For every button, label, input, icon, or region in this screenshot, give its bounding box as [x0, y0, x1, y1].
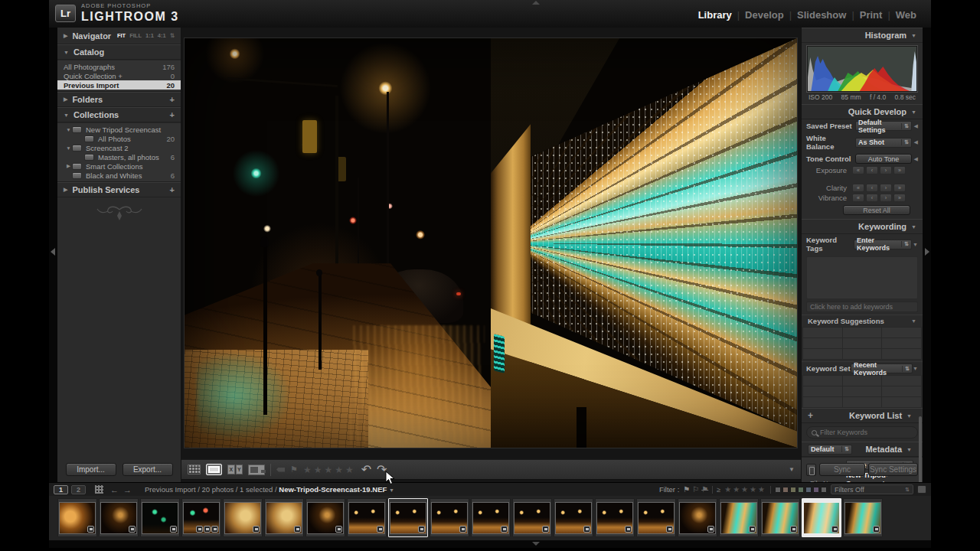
zoom-level-4:1[interactable]: 4:1 [158, 32, 166, 39]
catalog-item[interactable]: Quick Collection +0 [57, 71, 181, 80]
toolbar-star-rating[interactable]: ★★★★★ [303, 465, 356, 475]
survey-view-button[interactable] [248, 465, 265, 475]
auto-tone-button[interactable]: Auto Tone [855, 154, 912, 164]
keyword-set-cell[interactable] [803, 386, 842, 396]
quick-develop-header[interactable]: Quick Develop ▼ [802, 104, 923, 119]
catalog-item[interactable]: All Photographs176 [57, 62, 181, 71]
keyword-set-cell[interactable] [803, 397, 842, 407]
keyword-suggestion-cell[interactable] [882, 328, 921, 337]
develop-badge-icon[interactable] [831, 526, 838, 533]
keyword-set-cell[interactable] [803, 376, 842, 386]
previous-photo-arrow-icon[interactable]: ← [110, 485, 119, 494]
filter-keywords-search[interactable]: Filter Keywords [806, 426, 918, 439]
keyword-suggestion-cell[interactable] [882, 349, 921, 359]
next-photo-arrow-icon[interactable]: → [123, 485, 132, 494]
color-label-chip-4[interactable] [805, 487, 812, 493]
disclosure-down-icon[interactable]: ▼ [911, 33, 916, 38]
import-button[interactable]: Import... [66, 463, 116, 476]
filmstrip-thumbnail-13[interactable] [554, 498, 593, 537]
filmstrip-thumbnail-18[interactable] [760, 498, 800, 537]
catalog-item[interactable]: Previous Import20 [57, 80, 181, 90]
disclosure-icon[interactable]: ▶ [65, 163, 72, 169]
collapse-bottom-arrow-icon[interactable] [532, 542, 540, 546]
catalog-header[interactable]: ▼ Catalog [57, 44, 181, 60]
breadcrumb-dropdown-icon[interactable]: ▼ [389, 487, 394, 493]
export-button[interactable]: Export... [122, 463, 173, 476]
module-tab-library[interactable]: Library [698, 9, 732, 21]
compare-view-button[interactable]: XY [227, 465, 243, 474]
add-keyword-button[interactable]: + [808, 410, 813, 421]
publish-services-header[interactable]: ▶ Publish Services + [57, 182, 181, 197]
zoom-level-1:1[interactable]: 1:1 [145, 32, 154, 39]
collapse-left-arrow-icon[interactable] [51, 248, 55, 256]
keyword-set-cell[interactable] [843, 386, 882, 396]
collections-header[interactable]: ▼ Collections + [57, 107, 181, 122]
filmstrip-thumbnail-9[interactable] [388, 498, 428, 537]
flag-picked-icon[interactable]: ⚑ [683, 485, 690, 494]
stepper-button-0[interactable]: « [852, 194, 864, 202]
keyword-set-cell[interactable] [843, 397, 882, 407]
develop-badge-icon[interactable] [129, 526, 136, 533]
metadata-header[interactable]: Default ⇅ Metadata ▼ [802, 442, 923, 457]
flag-unflagged-icon[interactable]: ⚐ [692, 485, 699, 494]
expand-left-icon[interactable]: ◀ [914, 139, 918, 145]
white-balance-dropdown[interactable]: As Shot ⇅ [855, 138, 912, 148]
reset-all-button[interactable]: Reset All [843, 205, 910, 215]
zoom-more-icon[interactable]: ⇅ [170, 32, 175, 39]
filmstrip-thumbnail-3[interactable] [140, 498, 180, 537]
keyword-suggestion-cell[interactable] [882, 338, 921, 348]
develop-badge-icon[interactable] [459, 526, 466, 533]
saved-preset-dropdown[interactable]: Default Settings ⇅ [855, 121, 912, 131]
filmstrip-thumbnail-4[interactable] [181, 498, 221, 537]
right-panel-collapse-strip[interactable] [923, 28, 931, 482]
rating-ge-icon[interactable]: ≥ [717, 486, 720, 494]
add-publish-service-button[interactable]: + [170, 185, 175, 194]
stepper-button-2[interactable]: › [880, 194, 892, 202]
color-label-chip-5[interactable] [813, 487, 819, 493]
left-panel-collapse-strip[interactable] [49, 28, 57, 482]
keyword-suggestion-cell[interactable] [803, 349, 842, 359]
develop-badge-icon[interactable] [625, 526, 632, 533]
stepper-button-3[interactable]: » [893, 166, 906, 174]
develop-badge-icon[interactable] [253, 526, 260, 533]
keyword-set-cell[interactable] [882, 397, 921, 407]
keyword-set-cell[interactable] [843, 376, 882, 386]
navigator-header[interactable]: ▶ Navigator FITFILL1:14:1⇅ [57, 28, 181, 44]
filmstrip-thumbnail-7[interactable] [305, 498, 345, 537]
keyword-suggestion-cell[interactable] [843, 349, 882, 359]
filmstrip-thumbnail-1[interactable] [57, 498, 97, 537]
develop-badge-icon[interactable] [583, 526, 590, 533]
develop-badge-icon[interactable] [294, 526, 301, 533]
keyword-suggestion-cell[interactable] [843, 328, 882, 337]
stepper-button-2[interactable]: › [880, 184, 892, 192]
collection-item[interactable]: Black and Whites6 [57, 171, 181, 180]
add-keywords-field[interactable]: Click here to add keywords [806, 302, 918, 312]
develop-badge-icon[interactable] [501, 526, 508, 533]
disclosure-right-icon[interactable]: ▶ [64, 33, 67, 39]
filmstrip-thumbnail-6[interactable] [264, 498, 304, 537]
stepper-button-0[interactable]: « [852, 166, 864, 174]
zoom-level-fit[interactable]: FIT [117, 32, 126, 39]
filmstrip-thumbnail-16[interactable] [678, 498, 717, 537]
flag-tool-icon[interactable]: ⚑ [290, 465, 298, 474]
filters-enable-toggle[interactable] [917, 485, 926, 494]
filmstrip-thumbnail-19[interactable] [802, 498, 841, 537]
disclosure-down-icon[interactable]: ▼ [911, 224, 916, 230]
keyword-tags-textarea[interactable] [806, 256, 918, 299]
disclosure-icon[interactable]: ▼ [65, 145, 72, 151]
histogram-display[interactable] [807, 46, 917, 92]
disclosure-right-icon[interactable]: ▶ [64, 187, 67, 193]
add-folder-button[interactable]: + [170, 95, 175, 104]
keyword-list-header[interactable]: + Keyword List ▼ [802, 408, 923, 423]
stepper-button-2[interactable]: › [880, 166, 892, 174]
stepper-button-0[interactable]: « [852, 184, 864, 192]
filmstrip-thumbnail-11[interactable] [471, 498, 511, 537]
keyword-set-cell[interactable] [882, 386, 921, 396]
disclosure-down-icon[interactable]: ▼ [911, 318, 916, 324]
sync-button[interactable]: Sync [819, 463, 865, 476]
folders-header[interactable]: ▶ Folders + [57, 92, 181, 107]
filmstrip-thumbnail-5[interactable] [223, 498, 263, 537]
filmstrip-thumbnail-8[interactable] [347, 498, 387, 537]
collection-item[interactable]: Masters, all photos6 [57, 152, 181, 161]
color-label-chip-1[interactable] [782, 487, 789, 493]
